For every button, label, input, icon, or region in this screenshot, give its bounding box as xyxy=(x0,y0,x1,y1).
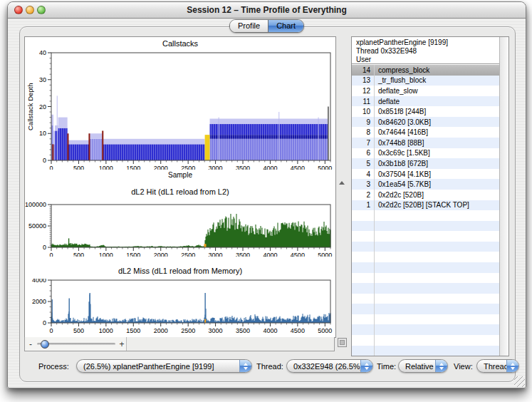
stack-frame-row[interactable]: 80x74644 [416B] xyxy=(352,127,500,138)
svg-text:2000: 2000 xyxy=(154,327,168,334)
stack-frame-row[interactable]: 50x3b1b8 [672B] xyxy=(352,158,500,169)
frame-symbol: 0x3b1b8 [672B] xyxy=(375,160,428,168)
stack-frame-row[interactable]: 70x744b8 [88B] xyxy=(352,138,500,148)
svg-text:2500: 2500 xyxy=(181,327,195,334)
time-label: Time: xyxy=(377,362,396,371)
frame-depth xyxy=(352,304,375,314)
stack-frame-row[interactable] xyxy=(352,231,500,242)
svg-text:10: 10 xyxy=(39,130,46,137)
frame-depth xyxy=(352,294,375,304)
svg-text:4500: 4500 xyxy=(291,327,305,334)
screenshot-stage: Session 12 – Time Profile of Everything … xyxy=(0,0,532,402)
process-label: Process: xyxy=(38,362,69,371)
zoom-in-icon[interactable]: + xyxy=(118,339,126,349)
stack-frame-row[interactable] xyxy=(352,242,500,252)
stack-frame-row[interactable] xyxy=(352,314,500,325)
svg-text:500: 500 xyxy=(73,252,84,257)
frame-depth xyxy=(352,314,375,325)
svg-text:1500: 1500 xyxy=(126,165,140,170)
frame-symbol: 0x84620 [3.0KB] xyxy=(375,118,431,126)
frame-depth xyxy=(352,210,375,221)
frame-depth: 3 xyxy=(352,179,375,190)
stack-frame-row[interactable] xyxy=(352,294,500,304)
svg-text:1500: 1500 xyxy=(126,327,140,334)
chart-zoom-slider[interactable]: - + xyxy=(25,337,127,351)
frame-symbol: 0x74644 [416B] xyxy=(375,128,428,136)
frame-depth xyxy=(352,242,375,252)
stack-frame-row[interactable]: 90x84620 [3.0KB] xyxy=(352,117,500,128)
frame-depth xyxy=(352,231,375,242)
svg-text:5000: 5000 xyxy=(318,165,332,170)
svg-text:4000: 4000 xyxy=(32,279,46,284)
svg-text:1500: 1500 xyxy=(126,252,140,257)
frame-depth xyxy=(352,324,375,335)
callstack-header: xplanetPantherEngine [9199] Thread 0x332… xyxy=(352,37,500,64)
stack-frame-row[interactable] xyxy=(352,262,500,273)
tab-profile[interactable]: Profile xyxy=(230,20,268,32)
svg-text:2000: 2000 xyxy=(154,252,168,257)
stack-frame-row[interactable]: 14compress_block xyxy=(352,65,500,76)
stack-frame-row[interactable] xyxy=(352,324,500,335)
tab-chart[interactable]: Chart xyxy=(268,20,303,32)
zoom-out-icon[interactable]: - xyxy=(26,339,35,349)
svg-text:1000: 1000 xyxy=(99,165,113,170)
svg-text:4000: 4000 xyxy=(263,252,277,257)
header-thread: Thread 0x332E948 xyxy=(356,47,500,56)
stack-frame-row[interactable] xyxy=(352,304,500,314)
frame-depth xyxy=(352,221,375,232)
stack-frame-row[interactable] xyxy=(352,335,500,346)
list-scrollbar[interactable] xyxy=(499,37,508,356)
thread-label: Thread: xyxy=(256,362,283,371)
scroll-up-arrow-icon[interactable] xyxy=(339,181,345,185)
view-label: View: xyxy=(454,362,473,371)
zoom-slider-thumb[interactable] xyxy=(41,340,49,349)
frame-depth: 1 xyxy=(352,200,375,211)
stack-frame-row[interactable]: 11deflate xyxy=(352,96,500,107)
stack-frame-row[interactable] xyxy=(352,346,500,356)
popup-stepper-icon xyxy=(239,360,251,372)
frame-symbol: 0x851f8 [244B] xyxy=(375,108,426,115)
frame-depth: 9 xyxy=(352,117,375,128)
stack-frame-row[interactable]: 10x2d2c [520B] [STACK TOP] xyxy=(352,200,500,211)
thread-popup[interactable]: 0x332E948 (26.5%) xyxy=(286,359,373,373)
stack-frame-row[interactable] xyxy=(352,221,500,232)
stack-frame-row[interactable]: 30x1ea54 [5.7KB] xyxy=(352,179,500,190)
frame-depth: 12 xyxy=(352,86,375,96)
frame-depth: 5 xyxy=(352,158,375,169)
stack-frame-row[interactable] xyxy=(352,252,500,262)
callstack-list-panel: xplanetPantherEngine [9199] Thread 0x332… xyxy=(351,36,509,356)
stack-frame-row[interactable] xyxy=(352,283,500,294)
stack-frame-row[interactable] xyxy=(352,210,500,221)
stack-frame-row[interactable]: 40x37504 [4.1KB] xyxy=(352,169,500,180)
frame-depth: 2 xyxy=(352,190,375,200)
view-popup-value: Thread xyxy=(477,362,506,371)
stack-frame-row[interactable] xyxy=(352,273,500,284)
time-popup[interactable]: Relative xyxy=(398,359,448,373)
stack-frame-row[interactable]: 100x851f8 [244B] xyxy=(352,106,500,117)
callstacks-x-axis-label: Sample xyxy=(25,171,335,179)
svg-text:3500: 3500 xyxy=(236,327,250,334)
svg-text:1000: 1000 xyxy=(99,327,113,334)
thread-popup-value: 0x332E948 (26.5%) xyxy=(287,362,360,371)
view-popup[interactable]: Thread xyxy=(476,359,519,373)
stack-frame-row[interactable]: 13_tr_flush_block xyxy=(352,76,500,86)
svg-text:3500: 3500 xyxy=(236,252,250,257)
stack-frame-row[interactable]: 12deflate_slow xyxy=(352,86,500,96)
process-popup[interactable]: (26.5%) xplanetPantherEngine [9199] xyxy=(76,359,252,373)
frame-depth: 7 xyxy=(352,138,375,148)
frame-symbol: 0x744b8 [88B] xyxy=(375,139,424,147)
chart-panel: Callstacks Callstack Depth 0102030400500… xyxy=(24,36,336,338)
title-bar[interactable]: Session 12 – Time Profile of Everything xyxy=(8,2,526,19)
frame-depth: 8 xyxy=(352,127,375,138)
stack-frame-row[interactable]: 60x3c69c [1.5KB] xyxy=(352,148,500,159)
svg-text:2000: 2000 xyxy=(154,165,168,170)
frame-depth xyxy=(352,262,375,273)
frame-symbol: 0x2d2c [520B] [STACK TOP] xyxy=(375,201,469,209)
app-window: Session 12 – Time Profile of Everything … xyxy=(7,1,526,388)
svg-text:0: 0 xyxy=(49,327,53,334)
frame-depth xyxy=(352,273,375,284)
stack-frame-row[interactable]: 20x2d2c [520B] xyxy=(352,190,500,200)
window-title: Session 12 – Time Profile of Everything xyxy=(8,2,526,18)
resize-grip[interactable] xyxy=(514,376,525,387)
svg-text:3500: 3500 xyxy=(236,165,250,170)
